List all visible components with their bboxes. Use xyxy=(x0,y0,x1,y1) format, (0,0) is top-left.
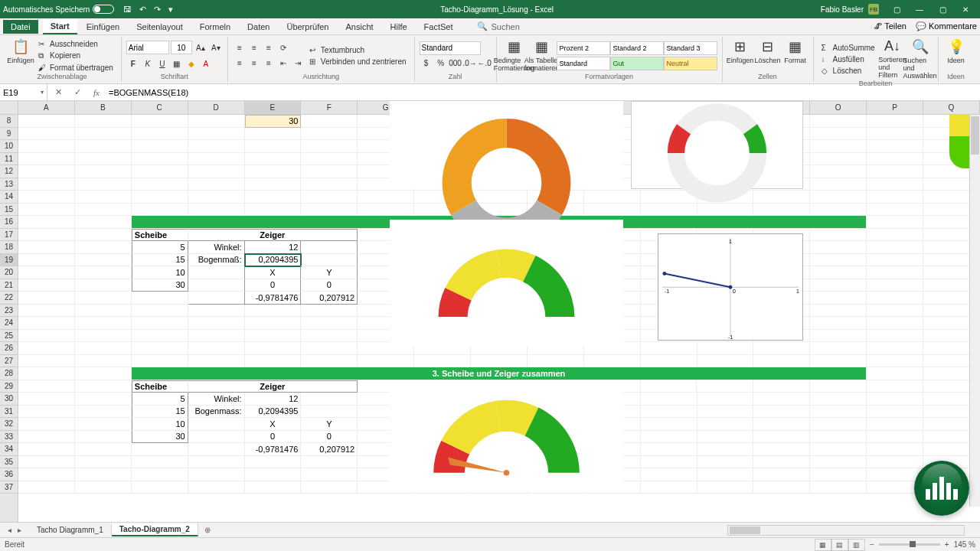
cell-A18[interactable] xyxy=(18,241,75,254)
cell-E27[interactable] xyxy=(245,355,302,368)
cell-F24[interactable] xyxy=(301,317,358,330)
cell-A35[interactable] xyxy=(18,456,75,469)
cell-B12[interactable] xyxy=(75,165,132,178)
cell-F23[interactable] xyxy=(301,305,358,318)
cell-E34[interactable]: -0,9781476 xyxy=(245,443,302,456)
tab-file[interactable]: Datei xyxy=(3,20,38,34)
cell-E37[interactable] xyxy=(245,481,302,494)
cell-P14[interactable] xyxy=(867,191,923,204)
cell-L15[interactable] xyxy=(641,204,697,217)
grid[interactable]: ABCDEFGHIJKLMNOPQ 302. Scheibe und Zeige… xyxy=(18,101,980,522)
cell-A8[interactable] xyxy=(18,115,75,128)
cell-E15[interactable] xyxy=(245,204,302,217)
cell-N34[interactable] xyxy=(753,443,810,456)
cell-F11[interactable] xyxy=(301,153,358,166)
quick-access-toolbar[interactable]: 🖫 ↶ ↷ ▾ xyxy=(123,5,173,15)
cell-M37[interactable] xyxy=(697,481,754,494)
style-standard2[interactable]: Standard 2 xyxy=(610,41,664,55)
cell-M32[interactable] xyxy=(697,418,754,431)
cell-M30[interactable] xyxy=(697,393,754,406)
cell-P31[interactable] xyxy=(867,406,923,419)
style-gut[interactable]: Gut xyxy=(610,57,664,70)
cell-B22[interactable] xyxy=(75,292,132,305)
tab-view[interactable]: Ansicht xyxy=(338,20,381,34)
row-header-29[interactable]: 29 xyxy=(0,380,18,393)
cell-N31[interactable] xyxy=(753,406,810,419)
page-break-view-button[interactable]: ▥ xyxy=(848,539,865,551)
cell-A11[interactable] xyxy=(18,153,75,166)
cell-O13[interactable] xyxy=(810,178,867,191)
tab-insert[interactable]: Einfügen xyxy=(79,20,127,34)
cell-C29[interactable]: Scheibe xyxy=(132,380,188,393)
cell-N32[interactable] xyxy=(753,418,810,431)
indent-decrease-icon[interactable]: ⇤ xyxy=(276,57,290,70)
cell-B17[interactable] xyxy=(75,229,132,242)
row-header-28[interactable]: 28 xyxy=(0,367,18,380)
cell-E10[interactable] xyxy=(245,140,302,153)
row-header-32[interactable]: 32 xyxy=(0,418,18,431)
cell-E22[interactable]: -0,9781476 xyxy=(245,292,302,305)
style-standard3[interactable]: Standard 3 xyxy=(664,41,717,55)
cell-O23[interactable] xyxy=(810,305,867,318)
style-prozent2[interactable]: Prozent 2 xyxy=(557,41,610,55)
font-size-select[interactable]: 10 xyxy=(171,41,192,54)
cell-P30[interactable] xyxy=(867,393,923,406)
cell-B13[interactable] xyxy=(75,178,132,191)
cell-G27[interactable] xyxy=(358,355,414,368)
cell-A30[interactable] xyxy=(18,393,75,406)
cell-C34[interactable] xyxy=(132,443,188,456)
chart-gauge-combined[interactable] xyxy=(390,380,623,491)
align-left-icon[interactable]: ≡ xyxy=(233,57,247,70)
cell-A37[interactable] xyxy=(18,481,75,494)
cell-A26[interactable] xyxy=(18,342,75,355)
cell-F8[interactable] xyxy=(301,115,358,128)
cell-B28[interactable] xyxy=(75,367,132,380)
cell-M34[interactable] xyxy=(697,443,754,456)
cell-F13[interactable] xyxy=(301,178,358,191)
cell-O11[interactable] xyxy=(810,153,867,166)
increase-font-icon[interactable]: A▴ xyxy=(194,41,207,54)
cell-F20[interactable]: Y xyxy=(301,266,358,279)
cell-J27[interactable] xyxy=(528,355,584,368)
cell-L35[interactable] xyxy=(641,456,697,469)
cell-B27[interactable] xyxy=(75,355,132,368)
cell-B9[interactable] xyxy=(75,128,132,141)
format-as-table-button[interactable]: ▦Als Tabelle formatieren xyxy=(529,38,555,73)
row-header-12[interactable]: 12 xyxy=(0,165,18,178)
cell-M29[interactable] xyxy=(697,380,753,393)
cell-C14[interactable] xyxy=(132,191,188,204)
cell-P12[interactable] xyxy=(867,165,923,178)
cell-M33[interactable] xyxy=(697,431,754,444)
row-header-33[interactable]: 33 xyxy=(0,431,18,444)
number-format-select[interactable]: Standard xyxy=(420,41,481,55)
cell-C24[interactable] xyxy=(132,317,188,330)
cut-button[interactable]: ✂Ausschneiden xyxy=(35,39,116,49)
cell-O12[interactable] xyxy=(810,165,867,178)
decrease-decimal-icon[interactable]: ←.0 xyxy=(478,57,492,70)
cell-L26[interactable] xyxy=(641,342,697,355)
cell-P17[interactable] xyxy=(867,229,923,242)
cell-C36[interactable] xyxy=(132,468,188,481)
cell-C12[interactable] xyxy=(132,165,188,178)
cell-P15[interactable] xyxy=(867,204,923,217)
cell-B37[interactable] xyxy=(75,481,132,494)
cell-N29[interactable] xyxy=(753,380,810,393)
cell-O10[interactable] xyxy=(810,140,867,153)
row-header-14[interactable]: 14 xyxy=(0,191,18,204)
undo-icon[interactable]: ↶ xyxy=(139,5,146,15)
ideas-button[interactable]: 💡Ideen xyxy=(943,38,969,73)
cell-P33[interactable] xyxy=(867,431,923,444)
cell-F30[interactable] xyxy=(301,393,358,406)
cell-D20[interactable] xyxy=(188,266,245,279)
cell-C19[interactable]: 15 xyxy=(132,254,188,267)
fill-color-button[interactable]: ◆ xyxy=(185,57,198,70)
tab-start[interactable]: Start xyxy=(43,19,77,34)
cell-E36[interactable] xyxy=(245,468,302,481)
row-header-30[interactable]: 30 xyxy=(0,393,18,406)
autosum-button[interactable]: ΣAutoSumme xyxy=(818,43,878,53)
page-layout-view-button[interactable]: ▤ xyxy=(831,539,848,551)
zoom-level[interactable]: 145 % xyxy=(954,540,975,549)
chart-donut-2[interactable] xyxy=(631,101,803,189)
cell-B11[interactable] xyxy=(75,153,132,166)
cell-O24[interactable] xyxy=(810,317,867,330)
